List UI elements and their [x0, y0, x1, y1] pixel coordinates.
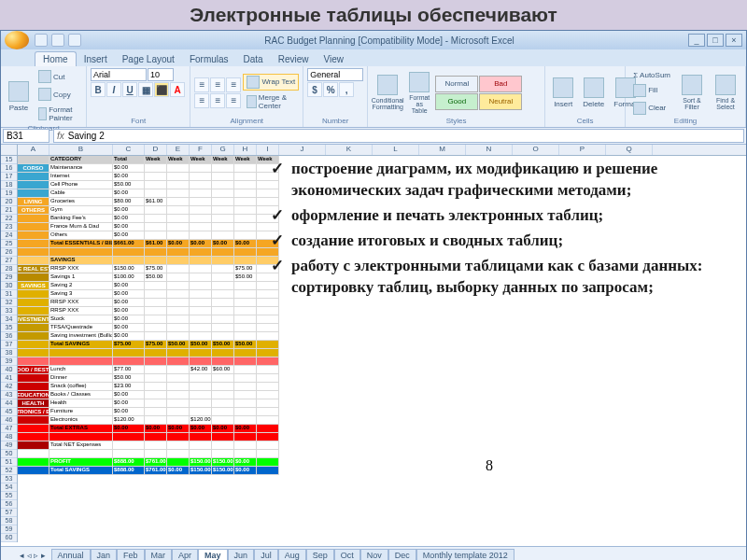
cell[interactable] [145, 282, 167, 290]
align-bot[interactable]: ≡ [226, 77, 241, 92]
cell[interactable]: $61.00 [145, 240, 167, 248]
cell[interactable]: RRSP XXX [49, 265, 113, 273]
cell[interactable]: HEALTH [18, 399, 49, 408]
cell[interactable] [212, 273, 234, 282]
cell[interactable]: $75.00 [145, 341, 167, 349]
row-header[interactable]: 40 [1, 366, 17, 374]
cell[interactable] [113, 450, 145, 458]
cell[interactable] [212, 374, 234, 383]
cell[interactable]: PROFIT [49, 458, 113, 467]
cell[interactable] [234, 257, 257, 265]
cell[interactable] [18, 231, 49, 240]
cell[interactable] [257, 416, 279, 425]
italic-button[interactable]: I [106, 82, 121, 97]
cell[interactable] [113, 349, 145, 357]
cell[interactable] [145, 173, 167, 181]
fill-color-button[interactable]: ⬛ [154, 82, 169, 97]
cell[interactable]: CATEGORY [49, 156, 113, 164]
ribbon-tab-insert[interactable]: Insert [77, 52, 115, 66]
cell[interactable] [145, 357, 167, 366]
cell[interactable]: $75.00 [145, 265, 167, 273]
cell[interactable]: $150.00 [212, 458, 234, 467]
cell[interactable] [190, 299, 212, 307]
cell[interactable] [18, 290, 49, 299]
cell[interactable]: $150.00 [212, 467, 234, 475]
cell[interactable] [212, 433, 234, 441]
cell[interactable]: $50.00 [190, 341, 212, 349]
cell[interactable] [167, 374, 190, 383]
cell[interactable] [167, 231, 190, 240]
cell[interactable]: Others [49, 231, 113, 240]
cell[interactable]: $0.00 [167, 425, 190, 433]
row-header[interactable]: 48 [1, 433, 17, 441]
cell[interactable] [145, 223, 167, 231]
cell[interactable] [234, 433, 257, 441]
cell[interactable] [212, 408, 234, 416]
row-header[interactable]: 43 [1, 391, 17, 399]
cell[interactable]: Electronics [49, 416, 113, 425]
cell[interactable]: $50.00 [212, 341, 234, 349]
cell[interactable] [190, 215, 212, 223]
cell[interactable] [145, 383, 167, 391]
cell[interactable]: $0.00 [113, 206, 145, 215]
cell[interactable]: $0.00 [113, 332, 145, 341]
cell[interactable] [190, 349, 212, 357]
cell[interactable] [234, 206, 257, 215]
cell[interactable] [257, 383, 279, 391]
row-header[interactable]: 37 [1, 341, 17, 349]
cell[interactable]: $0.00 [145, 425, 167, 433]
font-size-select[interactable] [148, 68, 174, 81]
sheet-tab[interactable]: Monthly template 2012 [416, 549, 514, 561]
redo-icon[interactable] [68, 34, 81, 47]
cell[interactable]: SAVINGS [49, 257, 113, 265]
cell[interactable] [190, 181, 212, 189]
cell[interactable]: Week [234, 156, 257, 164]
cell[interactable]: $0.00 [190, 425, 212, 433]
cell[interactable]: $50.00 [167, 341, 190, 349]
cell[interactable] [257, 349, 279, 357]
cell[interactable] [167, 450, 190, 458]
col-header[interactable]: J [279, 145, 326, 155]
cell[interactable]: $0.00 [167, 240, 190, 248]
cell[interactable] [234, 173, 257, 181]
cell[interactable] [212, 181, 234, 189]
cell[interactable] [167, 181, 190, 189]
cell[interactable] [212, 299, 234, 307]
row-header[interactable]: 31 [1, 290, 17, 299]
cell[interactable] [49, 433, 113, 441]
cell[interactable] [190, 324, 212, 332]
cell[interactable] [18, 341, 49, 349]
cell[interactable] [212, 399, 234, 408]
cell[interactable] [18, 273, 49, 282]
cell[interactable] [49, 349, 113, 357]
cell[interactable]: $0.00 [113, 299, 145, 307]
cell[interactable] [257, 332, 279, 341]
cell[interactable] [212, 441, 234, 450]
cell[interactable]: $0.00 [190, 240, 212, 248]
cell[interactable] [18, 248, 49, 257]
col-header[interactable]: A [18, 145, 49, 155]
row-header[interactable]: 18 [1, 181, 17, 189]
cell[interactable] [167, 391, 190, 399]
cell[interactable] [234, 198, 257, 206]
cell[interactable] [234, 164, 257, 173]
cell[interactable] [257, 408, 279, 416]
bold-button[interactable]: B [91, 82, 106, 97]
cell[interactable]: $0.00 [113, 307, 145, 315]
cell[interactable] [190, 189, 212, 198]
cell[interactable] [145, 441, 167, 450]
cell[interactable] [18, 332, 49, 341]
col-header[interactable]: G [212, 145, 234, 155]
cell[interactable] [212, 349, 234, 357]
col-header[interactable]: B [49, 145, 113, 155]
cell[interactable] [49, 357, 113, 366]
cell[interactable] [234, 374, 257, 383]
cell[interactable] [145, 399, 167, 408]
cell[interactable] [234, 290, 257, 299]
cell[interactable] [167, 357, 190, 366]
cell[interactable]: Snack (coffee) [49, 383, 113, 391]
cell[interactable] [257, 366, 279, 374]
col-header[interactable]: M [419, 145, 466, 155]
cell[interactable]: Week [212, 156, 234, 164]
cell[interactable] [167, 223, 190, 231]
